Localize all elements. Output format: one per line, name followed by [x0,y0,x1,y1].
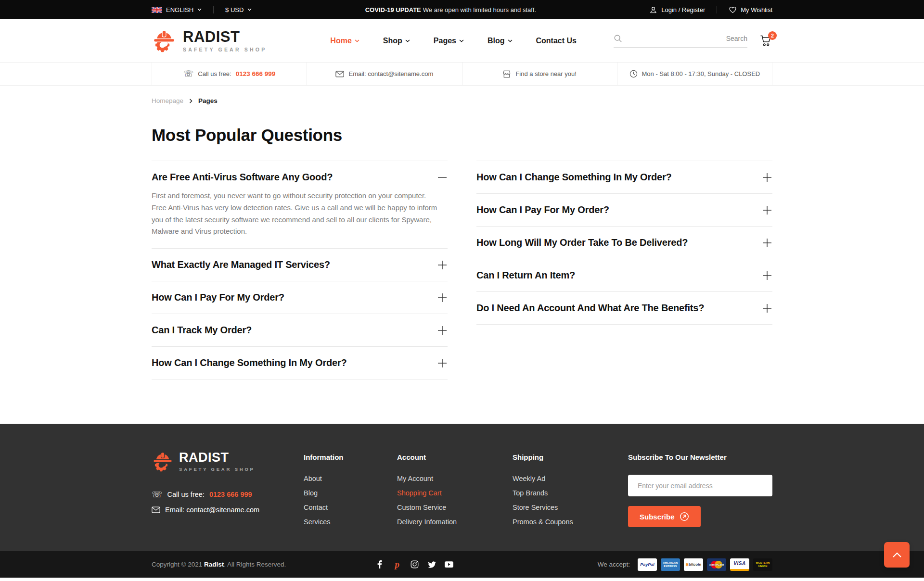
footer-link-about[interactable]: About [304,475,397,482]
nav-item-contact-us[interactable]: Contact Us [536,37,577,45]
western-union-badge: WESTERN UNION [753,558,772,571]
faq-question: Do I Need An Account And What Are The Be… [476,303,704,314]
footer-link-my-account[interactable]: My Account [397,475,513,482]
chevron-right-icon [189,99,192,103]
language-selector[interactable]: ENGLISH [152,6,202,13]
faq-question: Are Free Anti-Virus Software Any Good? [152,172,333,183]
footer-email-text: Email: contact@sitename.com [165,506,259,514]
store-icon [502,70,511,78]
footer-link-store-services[interactable]: Store Services [513,504,628,511]
currency-label: $ USD [225,6,244,13]
chevron-down-icon [405,39,410,42]
plus-icon [762,270,772,281]
faq-question: How Long Will My Order Take To Be Delive… [476,237,688,248]
clock-icon [629,70,638,78]
page-title: Most Popular Questions [152,126,772,145]
top-bar: ENGLISH $ USD COVID-19 UPDATEWe are open… [0,0,924,19]
phone-icon: ☏ [183,70,193,78]
wishlist-link[interactable]: My Wishlist [729,6,772,13]
hours-item: Mon - Sat 8:00 - 17:30, Sunday - CLOSED [617,63,772,85]
footer-phone-link[interactable]: ☏ Call us free: 0123 666 999 [152,490,304,499]
main-nav: Home Shop Pages Blog Contact Us [330,37,577,45]
faq-item-expanded: Are Free Anti-Virus Software Any Good? F… [152,161,448,248]
copyright-pre: Copyright © 2021 [152,561,204,568]
login-register-link[interactable]: Login / Register [649,6,705,14]
cart-count-badge: 2 [768,31,777,40]
faq-question-toggle[interactable]: Can I Track My Order? [152,325,448,336]
youtube-icon[interactable] [444,559,454,570]
visa-badge: VISA [730,558,749,571]
envelope-icon [152,506,160,513]
chevron-down-icon [247,8,252,11]
footer-link-custom-service[interactable]: Custom Service [397,504,513,511]
faq-item: How Can I Pay For My Order? [476,193,772,226]
chevron-up-icon [892,552,902,558]
search-icon[interactable] [614,34,622,43]
currency-selector[interactable]: $ USD [225,6,252,13]
footer-brand-tagline: SAFETY GEAR SHOP [179,467,255,472]
nav-item-home[interactable]: Home [330,37,359,45]
nav-label: Home [330,37,351,45]
footer-link-shopping-cart[interactable]: Shopping Cart [397,489,513,497]
newsletter-email-input[interactable] [628,475,772,496]
faq-question-toggle[interactable]: How Can I Change Something In My Order? [152,357,448,368]
footer-link-services[interactable]: Services [304,518,397,526]
facebook-icon[interactable] [374,559,385,570]
nav-label: Contact Us [536,37,577,45]
pinterest-icon[interactable]: p [392,559,402,570]
site-logo[interactable]: RADIST SAFETY GEAR SHOP [152,29,267,52]
footer-logo[interactable]: RADIST SAFETY GEAR SHOP [152,451,304,472]
faq-question-toggle[interactable]: How Can I Change Something In My Order? [476,172,772,183]
faq-item: How Long Will My Order Take To Be Delive… [476,226,772,259]
email-item[interactable]: Email: contact@sitename.com [307,63,462,85]
footer-link-contact[interactable]: Contact [304,504,397,511]
user-icon [649,6,657,14]
chevron-down-icon [459,39,464,42]
scroll-to-top-button[interactable] [884,542,910,568]
envelope-icon [335,71,344,77]
nav-item-blog[interactable]: Blog [488,37,513,45]
faq-question: How Can I Pay For My Order? [476,204,609,215]
faq-question: How Can I Pay For My Order? [152,292,284,303]
search-input[interactable] [627,35,747,42]
footer-link-delivery-information[interactable]: Delivery Infomation [397,518,513,526]
nav-label: Shop [383,37,402,45]
footer-newsletter: Subscribe To Our Newsletter Subscribe [628,451,772,527]
faq-question-toggle[interactable]: How Can I Pay For My Order? [152,292,448,303]
faq-question-toggle[interactable]: What Exactly Are Managed IT Services? [152,259,448,270]
footer-column-shipping: Shipping Weekly Ad Top Brands Store Serv… [513,451,628,527]
search-box [614,34,747,48]
faq-item: How Can I Pay For My Order? [152,281,448,314]
footer-link-promos-coupons[interactable]: Promos & Coupons [513,518,628,526]
faq-question-toggle[interactable]: Can I Return An Item? [476,270,772,281]
main-header: RADIST SAFETY GEAR SHOP Home Shop Pages … [0,19,924,62]
faq-question-toggle[interactable]: Are Free Anti-Virus Software Any Good? [152,172,448,183]
mastercard-badge: MasterCard [707,558,726,571]
nav-item-pages[interactable]: Pages [434,37,464,45]
footer-link-blog[interactable]: Blog [304,489,397,497]
login-register-label: Login / Register [661,6,705,13]
copyright: Copyright © 2021 Radist. All Rights Rese… [152,561,374,568]
footer-email-link[interactable]: Email: contact@sitename.com [152,506,304,514]
subscribe-button[interactable]: Subscribe [628,506,701,527]
footer-link-weekly-ad[interactable]: Weekly Ad [513,475,628,482]
nav-item-shop[interactable]: Shop [383,37,410,45]
footer-column-account: Account My Account Shopping Cart Custom … [397,451,513,527]
faq-question-toggle[interactable]: Do I Need An Account And What Are The Be… [476,303,772,314]
cart-button[interactable]: 2 [760,35,772,47]
call-us-item[interactable]: ☏ Call us free: 0123 666 999 [152,63,307,85]
faq-question-toggle[interactable]: How Long Will My Order Take To Be Delive… [476,237,772,248]
instagram-icon[interactable] [409,559,420,570]
faq-question-toggle[interactable]: How Can I Pay For My Order? [476,204,772,215]
chevron-down-icon [508,39,513,42]
store-locator-item[interactable]: Find a store near you! [462,63,617,85]
phone-number: 0123 666 999 [236,70,276,77]
plus-icon [437,358,448,368]
footer-link-top-brands[interactable]: Top Brands [513,489,628,497]
faq-item: What Exactly Are Managed IT Services? [152,248,448,281]
breadcrumb-home-link[interactable]: Homepage [152,97,183,104]
faq-item: How Can I Change Something In My Order? [152,346,448,379]
social-links: p [374,559,597,570]
twitter-icon[interactable] [426,559,437,570]
faq-question: How Can I Change Something In My Order? [476,172,672,183]
